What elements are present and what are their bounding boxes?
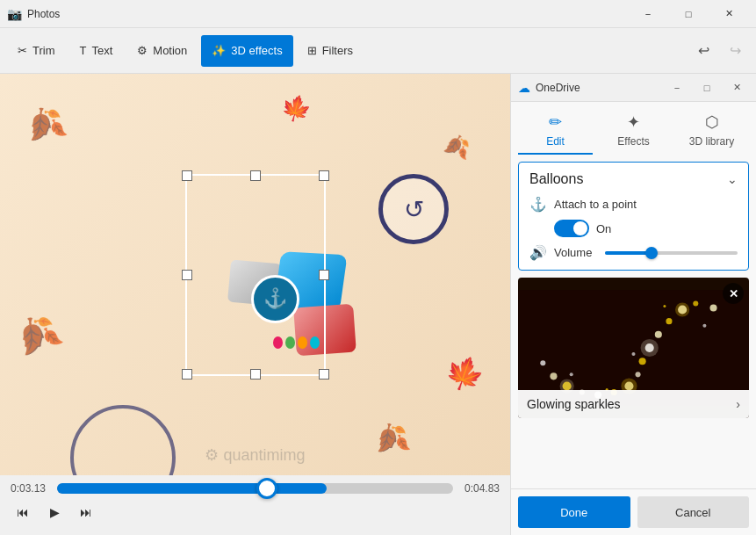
undo-redo-group: ↩ ↪ (689, 37, 749, 65)
timeline-track: 0:03.13 0:04.83 (11, 482, 500, 495)
timeline-bar[interactable] (57, 483, 453, 494)
app-icon: 📷 (7, 7, 22, 21)
playback-controls: ⏮ ▶ ⏭ (11, 500, 500, 528)
on-toggle[interactable] (554, 220, 589, 237)
svg-point-24 (570, 372, 573, 376)
collapse-button[interactable]: ⌄ (727, 172, 738, 186)
svg-point-15 (540, 360, 545, 365)
leaf-decor-5: 🍂 (441, 132, 471, 161)
end-time: 0:04.83 (460, 482, 500, 495)
svg-point-14 (550, 372, 557, 380)
done-button[interactable]: Done (518, 496, 630, 528)
sparkles-card[interactable]: ✕ Glowing sparkles › (518, 278, 749, 418)
motion-button[interactable]: ⚙ Motion (126, 35, 198, 67)
svg-point-17 (641, 339, 659, 357)
section-title: Balloons (529, 171, 583, 187)
trim-icon: ✂ (18, 44, 27, 57)
toggle-knob (573, 221, 587, 235)
onedrive-icon: ☁ (518, 81, 530, 95)
skip-back-button[interactable]: ⏮ (11, 500, 35, 524)
panel-titlebar: ☁ OneDrive − □ ✕ (511, 74, 756, 102)
current-time: 0:03.13 (11, 482, 50, 495)
motion-icon: ⚙ (137, 44, 148, 57)
sparkles-close-button[interactable]: ✕ (723, 283, 744, 304)
panel-maximize-button[interactable]: □ (695, 76, 719, 100)
tab-effects[interactable]: ✦ Effects (596, 107, 671, 155)
balloons-section: Balloons ⌄ ⚓ Attach to a point On (518, 162, 749, 271)
svg-point-7 (639, 358, 646, 365)
svg-point-4 (666, 318, 672, 324)
panel-minimize-button[interactable]: − (665, 76, 689, 100)
panel-bottom: Done Cancel (511, 488, 756, 535)
watermark: ⚙ quantimimg (205, 445, 305, 465)
undo-button[interactable]: ↩ (689, 37, 717, 65)
filters-icon: ⊞ (307, 44, 317, 57)
volume-icon: 🔊 (529, 244, 547, 261)
play-button[interactable]: ▶ (42, 500, 67, 524)
effects-icon: ✨ (212, 44, 226, 57)
right-panel: ☁ OneDrive − □ ✕ ✏ Edit ✦ Effects ⬡ 3D l… (510, 74, 756, 535)
panel-title: OneDrive (536, 82, 659, 94)
close-button[interactable]: ✕ (709, 0, 749, 28)
step-forward-button[interactable]: ⏭ (74, 500, 98, 524)
tab-library[interactable]: ⬡ 3D library (674, 107, 749, 155)
toolbar: ✂ Trim T Text ⚙ Motion ✨ 3D effects ⊞ Fi… (0, 28, 756, 74)
timeline-filled (57, 483, 327, 494)
panel-close-button[interactable]: ✕ (724, 76, 749, 100)
timeline-area: 0:03.13 0:04.83 ⏮ ▶ ⏭ (0, 475, 510, 535)
anchor-circle: ⚓ (251, 275, 299, 323)
attach-label: Attach to a point (554, 198, 738, 211)
tab-edit[interactable]: ✏ Edit (518, 107, 593, 155)
section-header: Balloons ⌄ (529, 171, 738, 187)
balloons-decor (273, 336, 320, 349)
toggle-container: On (554, 220, 611, 237)
svg-point-20 (702, 324, 706, 328)
cancel-button[interactable]: Cancel (637, 496, 750, 528)
window-controls: − □ ✕ (628, 0, 749, 28)
video-canvas: 🍂 🍁 🍂 🍁 🍂 🍂 ↺ ⚓ (0, 74, 510, 475)
sparkles-arrow-icon: › (736, 397, 740, 411)
svg-point-1 (709, 304, 716, 311)
panel-tabs: ✏ Edit ✦ Effects ⬡ 3D library (511, 102, 756, 155)
volume-slider[interactable] (605, 251, 738, 255)
svg-point-2 (693, 300, 698, 306)
volume-row: 🔊 Volume (529, 244, 738, 261)
filters-button[interactable]: ⊞ Filters (297, 35, 364, 67)
playhead-marker[interactable] (256, 478, 277, 499)
attach-option-row: ⚓ Attach to a point (529, 196, 738, 213)
toggle-row: On (529, 220, 738, 237)
redo-button[interactable]: ↪ (721, 37, 749, 65)
svg-point-21 (663, 305, 666, 307)
sparkles-label: Glowing sparkles (527, 397, 621, 411)
trim-button[interactable]: ✂ Trim (7, 35, 66, 67)
svg-point-5 (655, 331, 662, 338)
video-area: 🍂 🍁 🍂 🍁 🍂 🍂 ↺ ⚓ (0, 74, 510, 535)
circle-arrow-decor: ↺ (378, 174, 449, 244)
volume-label: Volume (554, 246, 598, 259)
effects-tab-icon: ✦ (627, 112, 640, 132)
anchor-icon: ⚓ (529, 196, 547, 213)
slider-thumb[interactable] (645, 247, 658, 259)
toggle-label: On (596, 222, 611, 235)
effects-button[interactable]: ✨ 3D effects (201, 35, 292, 67)
edit-tab-icon: ✏ (549, 112, 562, 132)
svg-point-16 (675, 302, 689, 316)
main-content: 🍂 🍁 🍂 🍁 🍂 🍂 ↺ ⚓ (0, 74, 756, 535)
app-title: Photos (27, 8, 628, 20)
maximize-button[interactable]: □ (668, 0, 709, 28)
minimize-button[interactable]: − (628, 0, 668, 28)
text-button[interactable]: T Text (69, 35, 124, 67)
titlebar: 📷 Photos − □ ✕ (0, 0, 756, 28)
sparkles-label-bar: Glowing sparkles › (518, 390, 749, 418)
text-icon: T (80, 44, 87, 57)
svg-point-8 (636, 372, 641, 377)
svg-point-22 (631, 352, 635, 356)
library-tab-icon: ⬡ (705, 112, 719, 132)
